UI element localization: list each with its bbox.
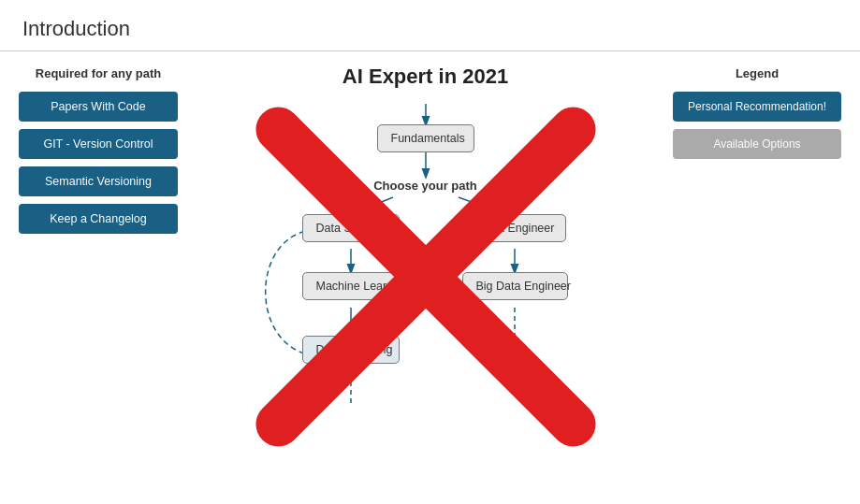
semantic-versioning-button[interactable]: Semantic Versioning	[19, 166, 178, 196]
papers-with-code-button[interactable]: Papers With Code	[19, 92, 178, 122]
legend-available-options: Available Options	[673, 129, 841, 159]
flowchart: Choose your path Fundamentals Data Scien…	[229, 104, 622, 450]
page-title: Introduction	[22, 17, 838, 41]
legend-personal-recommendation: Personal Recommendation!	[673, 92, 841, 122]
red-x-icon	[229, 104, 622, 450]
right-panel: Legend Personal Recommendation! Availabl…	[654, 51, 860, 500]
center-panel: AI Expert in 2021	[197, 51, 654, 500]
required-title: Required for any path	[19, 66, 178, 80]
left-panel: Required for any path Papers With Code G…	[0, 51, 197, 500]
legend-title: Legend	[673, 66, 841, 80]
main-content: Required for any path Papers With Code G…	[0, 51, 860, 500]
main-title: AI Expert in 2021	[343, 65, 508, 89]
keep-changelog-button[interactable]: Keep a Changelog	[19, 204, 178, 234]
page-header: Introduction	[0, 0, 860, 51]
git-version-control-button[interactable]: GIT - Version Control	[19, 129, 178, 159]
